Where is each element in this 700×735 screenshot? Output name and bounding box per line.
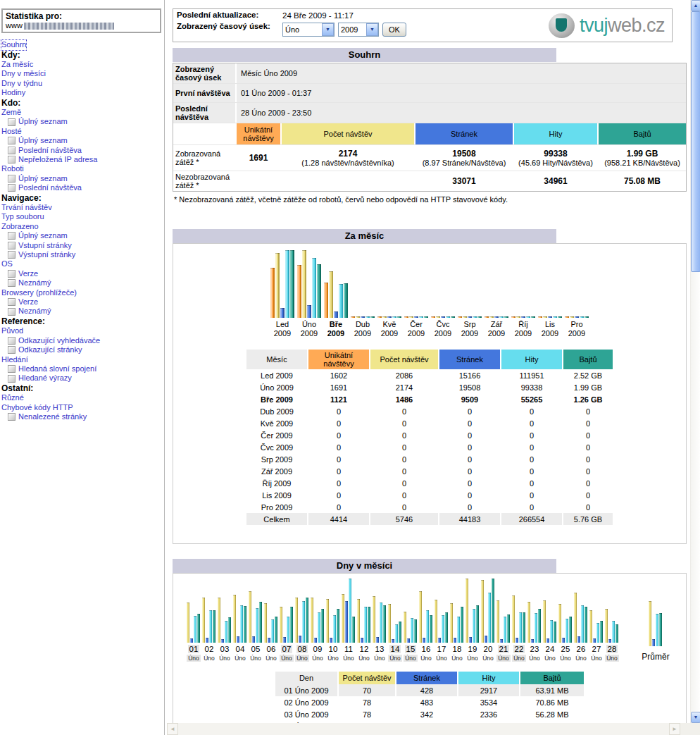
bar-cyan	[194, 616, 196, 643]
chart-group: 04Úno	[232, 579, 248, 662]
value: 2174	[339, 149, 358, 159]
month-select[interactable]: Úno ▼	[282, 23, 335, 37]
sidebar-subitem-hledan-v-razy[interactable]: Hledané výrazy	[18, 373, 72, 383]
bar-teal	[615, 624, 618, 643]
list-icon	[8, 251, 15, 259]
scroll-left-icon[interactable]: ◄	[167, 723, 178, 735]
sidebar-item-p-vod[interactable]: Původ	[1, 326, 164, 335]
month-label: Dub2009	[349, 320, 376, 338]
sidebar-item-trv-n-n-v-t-v[interactable]: Trvání návštěv	[1, 203, 164, 212]
cell: 0	[438, 477, 500, 489]
cell: Čvc 2009	[246, 441, 307, 453]
bar-blue	[345, 601, 348, 643]
sidebar-subitem-nenalezen-str-nky[interactable]: Nenalezené stránky	[18, 412, 87, 421]
bar-yellow	[605, 609, 608, 643]
sidebar-subitem-odkazuj-c-str-nky[interactable]: Odkazující stránky	[18, 345, 82, 354]
cell: 0	[369, 477, 438, 489]
sidebar-subitem-vstupn-str-nky[interactable]: Vstupní stránky	[18, 241, 72, 250]
chart-group: Čvc2009	[430, 251, 456, 338]
cell: 0	[500, 453, 562, 465]
sidebar-subitem-nezn-m-[interactable]: Neznámý	[18, 307, 51, 316]
sidebar-item-souhrn[interactable]: Souhrn	[1, 40, 26, 49]
chart-group: 08Úno	[294, 579, 310, 662]
chevron-down-icon[interactable]: ▼	[322, 23, 334, 36]
list-icon	[8, 346, 15, 354]
cell: Zář 2009	[246, 465, 307, 477]
vertical-scrollbar[interactable]: ▲ ▼	[690, 0, 700, 723]
sidebar-subitem--pln-seznam[interactable]: Úplný seznam	[18, 117, 68, 126]
day-label: 18Úno	[449, 645, 465, 662]
column-header: Stránek	[438, 350, 500, 369]
bar-teal	[558, 316, 562, 318]
sidebar-item-hled-n-[interactable]: Hledání	[1, 355, 164, 364]
cell: 0	[369, 417, 438, 429]
sidebar-item-host-[interactable]: Hosté	[1, 127, 164, 136]
sidebar-subitem-posledn-n-v-t-va[interactable]: Poslední návštěva	[18, 183, 82, 192]
sidebar-subitem-nezn-m-[interactable]: Neznámý	[18, 278, 51, 288]
bar-yellow	[280, 607, 282, 643]
bar-group	[217, 579, 232, 643]
day-label: 03Úno	[217, 645, 232, 662]
cell: Úno 2009	[246, 381, 307, 393]
ok-button[interactable]: OK	[382, 23, 406, 37]
site-info-box: Statistika pro: www	[1, 8, 161, 33]
sidebar-subitem-odkazuj-c-vyhled-va-e[interactable]: Odkazující vyhledávače	[18, 336, 100, 345]
sidebar-subitem-verze[interactable]: Verze	[18, 297, 38, 307]
sidebar-item-dny-v-m-s-ci[interactable]: Dny v měsíci	[1, 69, 164, 78]
sidebar-item-os[interactable]: OS	[1, 259, 164, 268]
sidebar-item-chybov-k-dy-http[interactable]: Chybové kódy HTTP	[1, 403, 164, 412]
year-select[interactable]: 2009 ▼	[338, 23, 379, 37]
bar-blue	[414, 316, 418, 318]
bar-group	[403, 579, 418, 643]
cell: 70	[337, 684, 395, 696]
sidebar-subitem--pln-seznam[interactable]: Úplný seznam	[18, 174, 68, 183]
table-header-row: MěsícUnikátní návštěvyPočet návštěvStrán…	[246, 350, 613, 369]
cell: 0	[500, 429, 562, 441]
sidebar-item-roboti[interactable]: Roboti	[1, 164, 164, 173]
sidebar-subitem-nep-elo-en-ip-adresa[interactable]: Nepřeložená IP adresa	[18, 155, 97, 164]
sidebar-subitem-hledan-slovn-spojen-[interactable]: Hledaná slovní spojení	[18, 364, 96, 373]
cell: 342	[395, 708, 457, 720]
bar-group	[511, 579, 527, 643]
sidebar-item-browsery-prohl-e-e-[interactable]: Browsery (prohlížeče)	[1, 288, 164, 297]
table-row: První návštěva 01 Úno 2009 - 01:37	[173, 83, 686, 102]
chart-group: 10Úno	[325, 579, 341, 662]
cell: 0	[500, 501, 562, 513]
table-row: 02 Úno 200978483353470.86 MB	[275, 696, 584, 708]
cell: 1691	[307, 381, 369, 393]
cell: 0	[369, 405, 438, 417]
value: 34961	[544, 176, 567, 186]
chevron-down-icon[interactable]: ▼	[366, 23, 378, 36]
bar-yellow	[356, 316, 360, 318]
scroll-down-icon[interactable]: ▼	[691, 712, 700, 723]
sidebar-subitem--pln-seznam[interactable]: Úplný seznam	[18, 231, 68, 240]
bar-blue	[407, 638, 410, 643]
sidebar-item-hodiny[interactable]: Hodiny	[1, 88, 164, 97]
sidebar-item-typ-souboru[interactable]: Typ souboru	[1, 212, 164, 221]
summary-table: Zobrazený časový úsek Měsíc Úno 2009 Prv…	[173, 63, 687, 192]
vertical-scrollbar-thumb[interactable]	[691, 11, 700, 272]
sidebar-item-dny-v-t-dnu[interactable]: Dny v týdnu	[1, 79, 164, 88]
sidebar-item-za-m-s-c[interactable]: Za měsíc	[1, 60, 164, 69]
cell: 2336	[457, 708, 519, 720]
scroll-up-icon[interactable]: ▲	[691, 0, 700, 11]
bar-cyan	[380, 603, 382, 643]
sidebar-subitem-posledn-n-v-t-va[interactable]: Poslední návštěva	[18, 146, 82, 155]
sidebar-item-zem-[interactable]: Země	[1, 108, 164, 117]
cell: 4414	[307, 513, 369, 525]
row-value: 01 Úno 2009 - 01:37	[235, 84, 686, 102]
sidebar-item-zobrazeno[interactable]: Zobrazeno	[1, 222, 164, 231]
bar-yellow	[249, 591, 251, 643]
bar-teal	[554, 622, 556, 643]
scroll-right-icon[interactable]: ►	[669, 723, 680, 735]
menu-sub-item: Odkazující stránky	[1, 345, 164, 354]
bar-cyan	[535, 613, 537, 643]
sidebar-subitem--pln-seznam[interactable]: Úplný seznam	[18, 136, 68, 145]
day-label: 15Úno	[403, 645, 418, 662]
sidebar-item-r-zn-[interactable]: Různé	[1, 393, 164, 402]
sidebar-subitem-verze[interactable]: Verze	[18, 269, 38, 278]
bar-blue	[376, 637, 379, 643]
month-label: Zář2009	[483, 320, 510, 338]
horizontal-scrollbar[interactable]: ◄ ►	[167, 723, 680, 735]
sidebar-subitem-v-stupn-str-nky[interactable]: Výstupní stránky	[18, 250, 75, 259]
